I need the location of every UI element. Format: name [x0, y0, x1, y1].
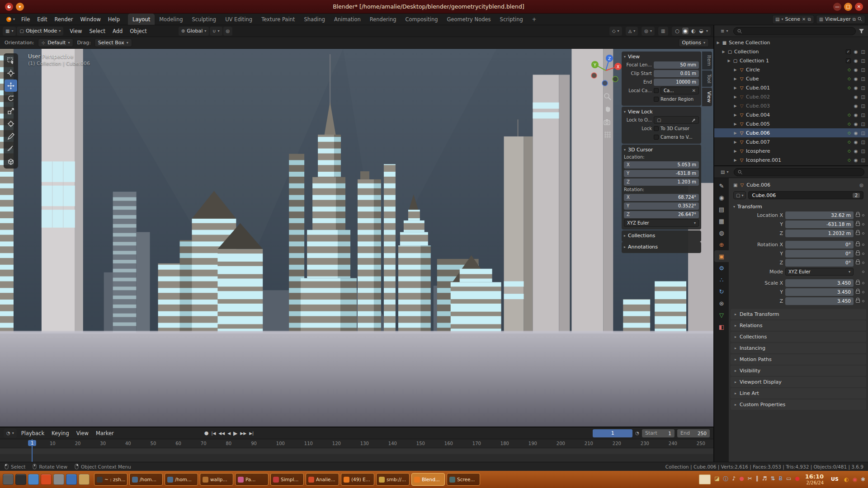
expand-arrow-icon[interactable]: ▶ [732, 77, 738, 81]
properties-tab[interactable]: ▣ [714, 250, 729, 262]
keyboard-layout-indicator[interactable]: US [831, 476, 839, 482]
animate-dot-icon[interactable] [862, 223, 864, 225]
rendered-shading-button[interactable]: ◒ [698, 28, 704, 34]
lock-icon[interactable] [856, 252, 860, 255]
hide-eye-icon[interactable]: ◉ [854, 67, 858, 72]
location-field[interactable]: 32.62 m [785, 211, 854, 219]
filter-icon[interactable] [859, 28, 864, 34]
outliner-row[interactable]: ▶ ▽ Cube.003 ◇ ✓ ◉ ◫ [714, 101, 868, 110]
editor-type-button[interactable]: ▦ ▾ [3, 27, 16, 36]
tray-icon[interactable]: ⇅ [771, 475, 775, 483]
outliner-search-input[interactable] [733, 27, 856, 35]
expand-arrow-icon[interactable]: ▶ [732, 68, 738, 72]
disable-render-icon[interactable]: ◫ [861, 58, 865, 63]
workspace-tab[interactable]: Layout [128, 14, 155, 25]
timeline-ruler[interactable]: 1 10203040506070809010011012013014015016… [0, 439, 713, 448]
object-name[interactable]: Icosphere [746, 148, 770, 154]
tray-icon[interactable]: ● [739, 475, 744, 483]
end-frame-field[interactable]: End250 [677, 429, 710, 437]
lock-icon[interactable] [856, 232, 860, 235]
taskbar-window-button[interactable]: Simpl... [270, 473, 304, 486]
properties-tab[interactable]: ⊕ [714, 239, 729, 250]
cursor-tool[interactable] [5, 67, 17, 79]
start-frame-field[interactable]: Start1 [642, 429, 675, 437]
hide-eye-icon[interactable]: ◉ [854, 103, 858, 108]
new-scene-icon[interactable]: ⧉ [807, 17, 811, 22]
tray-icon[interactable]: ♪ [732, 475, 736, 483]
object-name[interactable]: Cube.005 [746, 121, 770, 127]
tray-icon[interactable]: ◪ [714, 475, 719, 483]
properties-tab[interactable]: ▦ [714, 215, 729, 227]
gizmos-dropdown[interactable]: ◬ ▾ [626, 27, 638, 36]
tray-panel-box[interactable] [699, 474, 711, 484]
select-box-tool[interactable] [5, 54, 17, 66]
workspace-tab[interactable]: Geometry Nodes [443, 14, 495, 25]
outliner-row[interactable]: ▶ ▽ Circle ◇ ✓ ◉ ◫ [714, 65, 868, 74]
taskbar-window-button[interactable]: smb://... [376, 473, 410, 486]
properties-tab[interactable]: ⊛ [714, 297, 729, 309]
lock-icon[interactable] [856, 291, 860, 294]
outliner-editor-type-button[interactable]: ≣ ▾ [718, 27, 731, 36]
clock[interactable]: 16:10 2/26/24 [805, 474, 824, 485]
timeline-editor-type-button[interactable]: ◔ ▾ [4, 429, 17, 438]
navigation-gizmo[interactable]: Z Y X [588, 52, 623, 88]
disable-render-icon[interactable]: ◫ [861, 131, 865, 136]
tray-icon[interactable]: ⓘ [723, 475, 729, 483]
scale-field[interactable]: 3.450 [785, 279, 854, 287]
disable-render-icon[interactable]: ◫ [861, 149, 865, 154]
solid-shading-button[interactable]: ◉ [682, 28, 689, 34]
tray-icon[interactable]: ◐ [844, 476, 849, 483]
workspace-tab[interactable]: Modeling [155, 14, 187, 25]
orientation-setting-dropdown[interactable]: ⊹ Default ▾ [38, 38, 74, 47]
collapsed-panel[interactable]: ▸ Visibility [731, 366, 866, 376]
collapsed-panel[interactable]: ▸ Delta Transform [731, 309, 866, 319]
cursor-rotation-field[interactable]: Y0.3522° [624, 202, 699, 210]
tray-icon[interactable]: ▭ [786, 475, 791, 483]
window-menu-button[interactable] [5, 3, 13, 11]
animate-dot-icon[interactable] [862, 214, 864, 216]
animate-dot-icon[interactable] [862, 300, 864, 302]
wireframe-shading-button[interactable]: ○ [675, 28, 681, 34]
taskbar-window-button[interactable]: Analie... [306, 473, 339, 486]
menubar-menu[interactable]: Help [104, 14, 123, 25]
tray-icon[interactable]: ◉ [852, 476, 857, 483]
unlink-icon[interactable]: ✕ [802, 17, 806, 22]
eyedropper-icon[interactable] [691, 118, 696, 122]
collapsed-panel[interactable]: ▸ Line Art [731, 388, 866, 399]
disable-render-icon[interactable]: ◫ [861, 76, 865, 81]
disable-render-icon[interactable]: ◫ [861, 158, 865, 163]
workspace-tab[interactable]: + [528, 14, 541, 25]
lock-icon[interactable] [856, 243, 860, 246]
timeline-track-area[interactable] [0, 448, 713, 462]
properties-tab[interactable]: ◍ [714, 227, 729, 239]
copy-icon[interactable]: ⧉ [853, 17, 856, 22]
properties-editor-type-button[interactable]: ▤ ▾ [718, 168, 731, 177]
timeline-menu[interactable]: Playback [18, 430, 48, 436]
taskbar-window-button[interactable]: Pa... [235, 473, 269, 486]
launcher-icon[interactable] [66, 474, 77, 485]
launcher-icon[interactable] [28, 474, 39, 485]
id-type-chip[interactable]: ▢ ▾ [733, 191, 746, 199]
properties-tab[interactable]: ✎ [714, 180, 729, 192]
outliner-row[interactable]: ▶ ▽ Cube.006 ◇ ✓ ◉ ◫ [714, 128, 868, 137]
object-name[interactable]: Scene Collection [729, 40, 770, 46]
outliner-row[interactable]: ▶ ▢ Collection 1 ◇ ✓ ◉ ◫ [714, 56, 868, 65]
properties-tab[interactable]: ↻ [714, 286, 729, 297]
viewport-menu[interactable]: Add [109, 28, 126, 34]
lock-icon[interactable] [856, 261, 860, 264]
jump-to-end-button[interactable]: ▶| [249, 431, 254, 436]
collapsed-panel[interactable]: ▸ Collections [622, 230, 701, 242]
hide-eye-icon[interactable]: ◉ [854, 122, 858, 127]
rotation-field[interactable]: 0° [785, 250, 854, 258]
menubar-menu[interactable]: Edit [33, 14, 51, 25]
outliner-row[interactable]: ▶ ▽ Cube.001 ◇ ✓ ◉ ◫ [714, 83, 868, 92]
tray-icon[interactable]: ✂ [748, 475, 752, 483]
object-name[interactable]: Cube.002 [746, 94, 770, 100]
tray-icon[interactable]: ✱ [861, 476, 865, 483]
viewport-menu[interactable]: Select [86, 28, 109, 34]
view-lock-panel-header[interactable]: ▾ View Lock [624, 108, 699, 116]
camera-to-view-checkbox[interactable] [654, 135, 659, 140]
hide-eye-icon[interactable]: ◉ [854, 149, 858, 154]
sidebar-tab[interactable]: View [702, 88, 712, 106]
location-field[interactable]: -631.18 m [785, 221, 854, 228]
